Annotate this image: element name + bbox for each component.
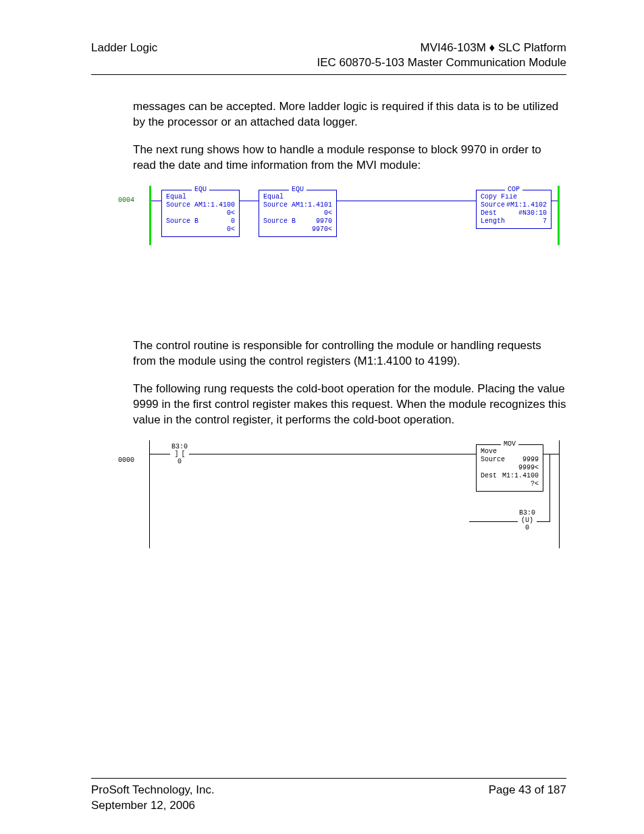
contact-address: B3:0: [171, 443, 188, 450]
mov-src-v2: 9999<: [518, 464, 539, 472]
page-header: Ladder Logic MVI46-103M ♦ SLC Platform I…: [91, 41, 566, 70]
cop-mnemonic: COP: [505, 186, 522, 194]
ladder-rung-0000: 0000 B3:0 ] [ 0 MOV Move Source9999 9999…: [133, 440, 566, 548]
equ2-srcb-v2: 9970<: [312, 226, 332, 234]
equ2-mnemonic: EQU: [289, 186, 306, 194]
equ1-name: Equal: [166, 193, 186, 201]
header-subtitle: IEC 60870-5-103 Master Communication Mod…: [317, 55, 566, 70]
left-power-rail-2: [149, 440, 150, 548]
unlatch-address: B3:0: [519, 509, 535, 517]
unlatch-bit: 0: [519, 524, 535, 531]
equ1-srca-val: M1:1.4100: [198, 201, 235, 209]
cop-len-val: 7: [543, 217, 547, 226]
footer-left: ProSoft Technology, Inc. September 12, 2…: [91, 783, 215, 814]
equ1-srca-v2: 0<: [227, 209, 235, 217]
contact-bit: 0: [171, 458, 188, 465]
equ2-name: Equal: [263, 193, 284, 201]
mov-dst-val: M1:1.4100: [502, 472, 539, 480]
header-divider: [91, 74, 566, 75]
equ2-srca-label: Source A: [263, 201, 296, 209]
footer-company: ProSoft Technology, Inc.: [91, 783, 215, 798]
footer-date: September 12, 2006: [91, 798, 215, 814]
branch-horizontal: [469, 521, 550, 522]
footer-page: Page 43 of 187: [489, 783, 566, 814]
left-power-rail: [149, 186, 151, 245]
contact-symbol: ] [: [171, 450, 188, 458]
equ1-srcb-label: Source B: [166, 217, 198, 226]
right-power-rail: [558, 186, 560, 245]
page-footer: ProSoft Technology, Inc. September 12, 2…: [91, 778, 566, 814]
cop-dst-label: Dest: [481, 209, 497, 217]
equ-instruction-1: EQU Equal Source AM1:1.4100 0< Source B0…: [161, 190, 240, 237]
equ-instruction-2: EQU Equal Source AM1:1.4101 0< Source B9…: [259, 190, 337, 237]
cop-name: Copy File: [481, 193, 517, 201]
xic-contact: B3:0 ] [ 0: [170, 443, 189, 465]
paragraph-3: The control routine is responsible for c…: [133, 338, 566, 369]
equ1-mnemonic: EQU: [192, 186, 209, 194]
cop-src-val: #M1:1.4102: [506, 201, 547, 209]
mov-src-label: Source: [481, 456, 505, 464]
cop-src-label: Source: [481, 201, 505, 209]
equ2-srcb-val: 9970: [316, 217, 332, 226]
equ2-srcb-label: Source B: [263, 217, 296, 226]
equ2-srca-v2: 0<: [324, 209, 332, 217]
equ1-srcb-val: 0: [231, 217, 235, 226]
mov-name: Move: [481, 448, 497, 456]
cop-dst-val: #N30:10: [518, 209, 547, 217]
mov-src-val: 9999: [522, 456, 539, 464]
paragraph-1: messages can be accepted. More ladder lo…: [133, 99, 566, 130]
mov-dst-label: Dest: [481, 472, 497, 480]
header-product: MVI46-103M ♦ SLC Platform: [317, 41, 566, 55]
mov-dst-v2: ?<: [531, 480, 539, 488]
cop-instruction: COP Copy File Source#M1:1.4102 Dest#N30:…: [476, 190, 552, 229]
branch-vertical: [549, 454, 550, 521]
equ1-srca-label: Source A: [166, 201, 198, 209]
right-power-rail-2: [559, 440, 560, 548]
mov-instruction: MOV Move Source9999 9999< DestM1:1.4100 …: [476, 444, 543, 492]
cop-len-label: Length: [481, 217, 505, 226]
equ1-srcb-v2: 0<: [227, 226, 235, 234]
header-right: MVI46-103M ♦ SLC Platform IEC 60870-5-10…: [317, 41, 566, 70]
mov-mnemonic: MOV: [501, 440, 518, 448]
output-stub: [543, 454, 559, 454]
ladder-rung-0004: 0004 EQU Equal Source AM1:1.4100 0< Sour…: [133, 186, 566, 245]
unlatch-symbol: (U): [519, 517, 535, 524]
paragraph-2: The next rung shows how to handle a modu…: [133, 142, 566, 174]
equ2-srca-val: M1:1.4101: [296, 201, 332, 209]
paragraph-4: The following rung requests the cold-boo…: [133, 382, 566, 428]
rung-number-2: 0000: [118, 457, 134, 464]
footer-divider: [91, 778, 566, 779]
header-left: Ladder Logic: [91, 41, 157, 55]
rung-number: 0004: [118, 197, 134, 204]
otu-unlatch: B3:0 (U) 0: [518, 509, 537, 531]
